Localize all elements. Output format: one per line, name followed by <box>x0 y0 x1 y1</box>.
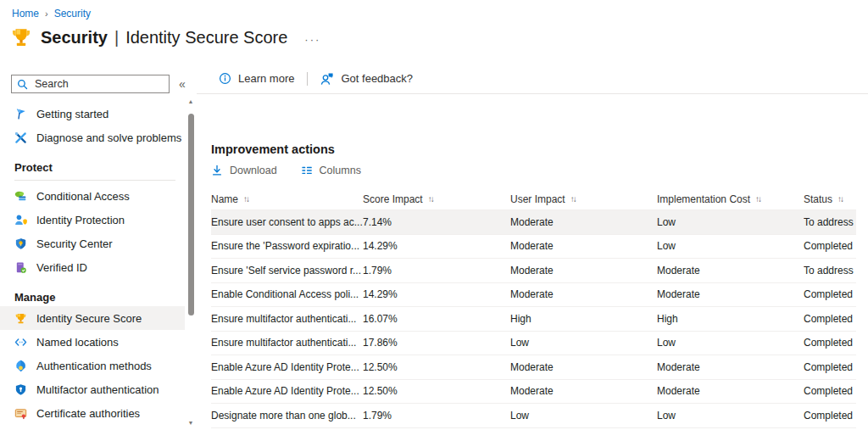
download-label: Download <box>230 165 277 176</box>
scrollbar-thumb[interactable] <box>188 114 194 316</box>
table-body: Ensure user consent to apps ac... 7.14% … <box>211 209 856 428</box>
table-row[interactable]: Ensure multifactor authenticati... 16.07… <box>211 307 856 332</box>
cell-score-impact: 14.29% <box>363 240 510 252</box>
identity-protection-icon <box>14 214 27 226</box>
sort-icon[interactable]: ↑↓ <box>837 194 843 204</box>
security-center-icon <box>14 237 27 250</box>
sidebar-item-label: Identity Protection <box>36 214 125 226</box>
table-row[interactable]: Ensure user consent to apps ac... 7.14% … <box>211 210 856 235</box>
sidebar: « Getting started Diagnose and solve pro… <box>0 64 197 430</box>
cell-implementation-cost: Moderate <box>657 361 804 373</box>
page-title-bar: Security|Identity Secure Score ··· <box>10 26 320 48</box>
table-row[interactable]: Enable Azure AD Identity Prote... 12.50%… <box>211 380 856 405</box>
cell-user-impact: Moderate <box>510 385 657 397</box>
sidebar-item-label: Identity Secure Score <box>36 312 142 325</box>
sidebar-item-label: Security Center <box>36 237 113 250</box>
cell-implementation-cost: Low <box>657 240 804 252</box>
download-button[interactable]: Download <box>211 165 277 176</box>
diagnose-icon <box>14 131 27 144</box>
sidebar-item-verified-id[interactable]: Verified ID <box>0 255 185 279</box>
cell-name: Ensure the 'Password expiratio... <box>211 240 363 252</box>
sidebar-section-protect: Protect <box>0 158 197 176</box>
page-title-section: Identity Secure Score <box>125 28 287 47</box>
column-header-score-impact[interactable]: Score Impact ↑↓ <box>363 193 510 205</box>
breadcrumb-security-link[interactable]: Security <box>54 8 91 20</box>
cell-implementation-cost: Low <box>657 410 804 422</box>
cell-score-impact: 7.14% <box>363 216 510 228</box>
trophy-icon <box>10 26 32 48</box>
sidebar-item-multifactor-authentication[interactable]: Multifactor authentication <box>0 377 185 401</box>
sidebar-section-divider <box>14 180 175 181</box>
column-header-user-impact[interactable]: User Impact ↑↓ <box>510 193 657 205</box>
columns-label: Columns <box>320 165 361 176</box>
cell-score-impact: 14.29% <box>363 288 510 300</box>
cell-user-impact: Moderate <box>510 288 657 300</box>
columns-button[interactable]: Columns <box>301 165 361 176</box>
cert-authorities-icon <box>14 407 27 420</box>
toolbar-divider <box>307 72 308 86</box>
main-content: Improvement actions Download <box>197 142 868 428</box>
scrollbar-down-arrow-icon[interactable]: ▼ <box>186 419 195 427</box>
sort-icon[interactable]: ↑↓ <box>755 194 760 204</box>
sidebar-item-identity-protection[interactable]: Identity Protection <box>0 208 185 232</box>
got-feedback-button[interactable]: Got feedback? <box>320 72 413 86</box>
scrollbar-up-arrow-icon[interactable]: ▲ <box>186 98 195 106</box>
cell-status: To address <box>804 216 856 228</box>
learn-more-button[interactable]: Learn more <box>219 72 294 85</box>
cell-score-impact: 12.50% <box>363 361 510 373</box>
main-panel: Learn more Got feedback? Improvement act… <box>197 64 868 430</box>
search-icon <box>17 79 28 90</box>
cell-status: Completed <box>804 410 856 422</box>
sidebar-item-certificate-authorities[interactable]: Certificate authorities <box>0 401 185 425</box>
column-header-status[interactable]: Status ↑↓ <box>804 193 856 205</box>
breadcrumb-separator: › <box>45 8 48 19</box>
column-header-name[interactable]: Name ↑↓ <box>211 193 363 205</box>
sidebar-item-label: Conditional Access <box>36 190 130 203</box>
search-input-wrapper <box>11 75 170 93</box>
collapse-sidebar-button[interactable]: « <box>179 78 186 90</box>
sidebar-item-getting-started[interactable]: Getting started <box>0 102 185 126</box>
sidebar-item-security-center[interactable]: Security Center <box>0 232 185 255</box>
table-row[interactable]: Ensure 'Self service password r... 1.79%… <box>211 259 856 283</box>
cell-implementation-cost: Low <box>657 337 804 349</box>
learn-more-label: Learn more <box>238 72 294 85</box>
cell-status: Completed <box>804 385 856 397</box>
cell-score-impact: 16.07% <box>363 313 510 325</box>
sidebar-item-label: Multifactor authentication <box>36 383 159 396</box>
table-row[interactable]: Designate more than one glob... 1.79% Lo… <box>211 404 856 428</box>
table-row[interactable]: Enable Azure AD Identity Prote... 12.50%… <box>211 355 856 380</box>
cell-implementation-cost: Moderate <box>657 265 804 276</box>
cell-name: Ensure multifactor authenticati... <box>211 337 363 349</box>
column-header-implementation-cost[interactable]: Implementation Cost ↑↓ <box>657 193 804 205</box>
cell-status: Completed <box>804 240 856 252</box>
command-bar: Download Columns <box>211 165 856 176</box>
sidebar-item-diagnose[interactable]: Diagnose and solve problems <box>0 126 185 149</box>
sidebar-item-label: Verified ID <box>36 261 87 274</box>
improvement-actions-table: Name ↑↓ Score Impact ↑↓ User Impact ↑↓ I… <box>211 188 856 428</box>
table-row[interactable]: Ensure the 'Password expiratio... 14.29%… <box>211 235 856 260</box>
info-icon <box>219 72 231 85</box>
cell-implementation-cost: High <box>657 313 804 325</box>
table-row[interactable]: Ensure multifactor authenticati... 17.86… <box>211 332 856 356</box>
columns-icon <box>301 165 313 176</box>
sort-icon[interactable]: ↑↓ <box>428 194 433 204</box>
sidebar-item-named-locations[interactable]: Named locations <box>0 330 185 354</box>
sidebar-item-label: Diagnose and solve problems <box>36 131 181 144</box>
sidebar-scrollbar[interactable]: ▲ ▼ <box>186 96 195 430</box>
cell-name: Enable Azure AD Identity Prote... <box>211 385 363 397</box>
cell-name: Designate more than one glob... <box>211 410 363 422</box>
cell-status: To address <box>804 265 856 276</box>
cell-user-impact: Moderate <box>510 361 657 373</box>
sidebar-item-identity-secure-score[interactable]: Identity Secure Score <box>0 306 185 330</box>
sort-icon[interactable]: ↑↓ <box>243 194 248 204</box>
cell-user-impact: Moderate <box>510 216 657 228</box>
search-input[interactable] <box>33 77 164 91</box>
cell-score-impact: 1.79% <box>363 410 510 422</box>
sidebar-item-authentication-methods[interactable]: Authentication methods <box>0 354 185 377</box>
cell-user-impact: High <box>510 313 657 325</box>
more-actions-button[interactable]: ··· <box>304 30 320 46</box>
table-row[interactable]: Enable Conditional Access poli... 14.29%… <box>211 283 856 308</box>
sidebar-item-conditional-access[interactable]: Conditional Access <box>0 184 185 208</box>
sort-icon[interactable]: ↑↓ <box>570 194 576 204</box>
breadcrumb-home-link[interactable]: Home <box>12 8 39 20</box>
